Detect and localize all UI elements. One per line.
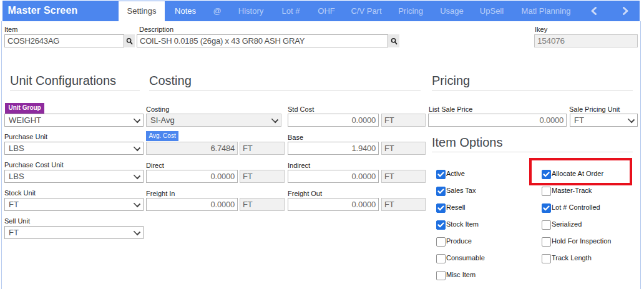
- search-icon: [391, 37, 398, 45]
- tab-pricing[interactable]: Pricing: [398, 1, 423, 21]
- base-input[interactable]: 1.9400: [288, 142, 379, 155]
- checkbox-icon: [436, 170, 446, 179]
- sell-unit-select[interactable]: FT: [4, 226, 144, 239]
- stock-unit-select[interactable]: FT: [4, 198, 144, 211]
- unit-group-select[interactable]: WEIGHT: [4, 114, 144, 127]
- checkmark-icon: [437, 172, 444, 177]
- tab-at[interactable]: @: [213, 1, 221, 21]
- checkbox-consumable[interactable]: Consumable: [436, 254, 485, 263]
- checkbox-icon: [436, 220, 446, 230]
- costing-method-select[interactable]: SI-Avg: [146, 114, 281, 127]
- tab-usage[interactable]: Usage: [440, 1, 464, 21]
- checkbox-resell[interactable]: Resell: [436, 203, 466, 213]
- checkbox-active[interactable]: Active: [436, 170, 465, 179]
- section-pricing: Pricing: [432, 72, 633, 91]
- checkbox-label: Misc Item: [446, 271, 476, 278]
- checkbox-icon: [436, 203, 446, 213]
- checkbox-label: Lot # Controlled: [552, 203, 600, 211]
- purchase-unit-value: LBS: [9, 144, 24, 153]
- item-input-group: COSH2643AG: [4, 34, 135, 47]
- chevron-down-icon: [134, 229, 139, 234]
- item-label: Item: [4, 26, 17, 34]
- item-input[interactable]: COSH2643AG: [4, 34, 124, 47]
- list-sale-price-input[interactable]: 0.0000: [428, 114, 567, 127]
- checkbox-hold-for-inspection[interactable]: Hold For Inspection: [542, 237, 611, 247]
- checkbox-label: Track Length: [552, 254, 592, 262]
- purchase-unit-select[interactable]: LBS: [4, 142, 144, 155]
- list-sale-price-label: List Sale Price: [429, 105, 472, 114]
- direct-label: Direct: [146, 162, 164, 170]
- tab-lot-number[interactable]: Lot #: [282, 1, 300, 21]
- highlight-annotation-rectangle: [529, 158, 632, 185]
- description-input-group: COIL-SH 0.0185 (26ga) x 43 GR80 ASH GRAY: [137, 34, 399, 47]
- checkbox-misc-item[interactable]: Misc Item: [436, 271, 476, 280]
- avg-cost-badge: Avg. Cost: [146, 131, 178, 142]
- checkbox-label: Sales Tax: [446, 187, 476, 194]
- checkbox-icon: [436, 187, 446, 196]
- checkbox-stock-item[interactable]: Stock Item: [436, 220, 479, 230]
- description-search-button[interactable]: [388, 34, 399, 47]
- chevron-down-icon: [272, 117, 277, 122]
- ikey-input: 154076: [534, 34, 638, 47]
- checkbox-icon: [542, 254, 551, 263]
- std-cost-unit-box: FT: [381, 114, 426, 127]
- tab-cv-part[interactable]: C/V Part: [351, 1, 381, 21]
- section-title: Unit Configurations: [10, 74, 116, 88]
- checkbox-label: Consumable: [446, 254, 485, 262]
- std-cost-label: Std Cost: [288, 105, 314, 114]
- checkbox-icon: [542, 187, 551, 196]
- direct-unit-box: FT: [240, 170, 285, 183]
- master-screen-page: Master Screen Settings Notes @ History L…: [0, 0, 644, 289]
- section-unit-configurations: Unit Configurations: [10, 72, 140, 91]
- chevron-left-icon: [591, 7, 597, 15]
- tab-scroll-right-button[interactable]: [619, 1, 632, 21]
- freight-out-input[interactable]: 0.0000: [288, 198, 379, 211]
- tab-history[interactable]: History: [238, 1, 263, 21]
- section-title: Item Options: [432, 135, 502, 150]
- page-title: Master Screen: [8, 1, 78, 21]
- checkbox-icon: [436, 237, 446, 247]
- top-bar: Master Screen Settings Notes @ History L…: [2, 1, 640, 21]
- indirect-input[interactable]: 0.0000: [288, 170, 379, 183]
- section-title: Pricing: [432, 74, 470, 88]
- checkbox-icon: [542, 237, 551, 247]
- indirect-label: Indirect: [288, 162, 310, 170]
- std-cost-input[interactable]: 0.0000: [288, 114, 379, 127]
- tab-notes[interactable]: Notes: [175, 1, 196, 21]
- tab-matl-planning[interactable]: Matl Planning: [522, 1, 571, 21]
- checkbox-produce[interactable]: Produce: [436, 237, 472, 247]
- freight-in-input[interactable]: 0.0000: [146, 198, 238, 211]
- section-title: Costing: [149, 74, 192, 88]
- section-costing: Costing: [149, 72, 421, 91]
- sell-unit-label: Sell Unit: [4, 217, 30, 225]
- description-input[interactable]: COIL-SH 0.0185 (26ga) x 43 GR80 ASH GRAY: [137, 34, 388, 47]
- item-search-button[interactable]: [124, 34, 135, 47]
- checkbox-serialized[interactable]: Serialized: [542, 220, 582, 230]
- sale-pricing-unit-select[interactable]: FT: [570, 114, 638, 127]
- unit-group-value: WEIGHT: [9, 115, 41, 125]
- freight-out-unit-box: FT: [381, 198, 426, 211]
- checkbox-icon: [542, 220, 551, 230]
- tab-scroll-left-button[interactable]: [587, 1, 600, 21]
- checkbox-label: Master-Track: [552, 187, 592, 194]
- checkbox-lot-controlled[interactable]: Lot # Controlled: [542, 203, 600, 213]
- checkbox-track-length[interactable]: Track Length: [542, 254, 592, 263]
- description-label: Description: [139, 26, 173, 34]
- checkmark-icon: [437, 189, 444, 194]
- tab-ohf[interactable]: OHF: [318, 1, 334, 21]
- chevron-down-icon: [134, 201, 139, 206]
- chevron-down-icon: [628, 117, 633, 122]
- checkbox-icon: [436, 254, 446, 263]
- checkbox-icon: [542, 203, 551, 213]
- sell-unit-value: FT: [9, 228, 19, 237]
- base-unit-box: FT: [381, 142, 426, 155]
- checkbox-sales-tax[interactable]: Sales Tax: [436, 187, 476, 196]
- purchase-cost-unit-select[interactable]: LBS: [4, 170, 144, 183]
- checkbox-master-track[interactable]: Master-Track: [542, 187, 592, 196]
- checkmark-icon: [437, 205, 444, 211]
- tab-settings[interactable]: Settings: [119, 1, 165, 21]
- direct-input[interactable]: 0.0000: [146, 170, 238, 183]
- tab-upsell[interactable]: UpSell: [480, 1, 504, 21]
- ikey-label: Ikey: [535, 26, 547, 34]
- avg-cost-input: 6.7484: [146, 142, 238, 155]
